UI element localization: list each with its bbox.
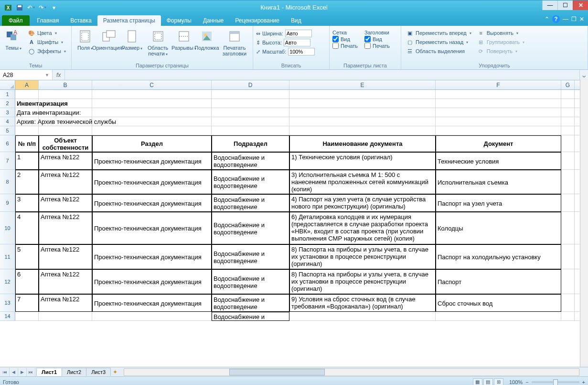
row-header[interactable]: 9 [0, 194, 15, 212]
spreadsheet-grid[interactable]: ABCDEFG 1234567891011121314 Инвентаризац… [0, 80, 588, 367]
cell[interactable]: 6 [15, 269, 39, 294]
cell[interactable]: 8) Паспорта на приборы и узлы учета, в с… [289, 244, 436, 269]
bring-forward-button[interactable]: ▣Переместить вперед [404, 29, 473, 37]
sheet-tab[interactable]: Лист1 [36, 368, 62, 376]
row-header[interactable]: 11 [0, 244, 15, 269]
cell[interactable]: Проектно-техническая документация [92, 269, 212, 294]
row-header[interactable]: 13 [0, 294, 15, 312]
cell[interactable]: Объект собственности [39, 135, 92, 152]
cell[interactable]: Проектно-техническая документация [92, 152, 212, 170]
column-header[interactable]: E [289, 80, 436, 89]
cell[interactable]: Аптека №122 [39, 212, 92, 244]
cell[interactable]: Аптека №122 [39, 269, 92, 294]
workbook-minimize-icon[interactable]: — [563, 16, 568, 22]
cell[interactable]: Проектно-техническая документация [92, 212, 212, 244]
name-box[interactable]: A28▼ [0, 70, 53, 80]
column-header[interactable]: A [15, 80, 39, 89]
row-header[interactable]: 3 [0, 108, 15, 117]
column-header[interactable]: F [436, 80, 561, 89]
cell[interactable]: 5 [15, 244, 39, 269]
cell[interactable]: Подраздел [212, 135, 289, 152]
column-header[interactable]: B [39, 80, 92, 89]
column-header[interactable]: G [561, 80, 575, 89]
cell[interactable]: Аптека №122 [39, 152, 92, 170]
height-input[interactable] [284, 39, 310, 46]
cell[interactable]: Раздел [92, 135, 212, 152]
row-header[interactable]: 12 [0, 269, 15, 294]
cell[interactable]: Водоснабжение и водоотведение [212, 170, 289, 194]
cell[interactable]: 4 [15, 212, 39, 244]
ribbon-tab[interactable]: Вид [285, 15, 307, 26]
selection-pane-button[interactable]: ☰Область выделения [404, 47, 473, 55]
fonts-button[interactable]: AШрифты [26, 38, 68, 46]
ribbon-tab[interactable]: Вставка [64, 15, 97, 26]
cell[interactable]: Аптека №122 [39, 244, 92, 269]
cell[interactable]: Водоснабжение и водоотведение [212, 152, 289, 170]
sheet-nav-last[interactable]: ⏭ [27, 368, 35, 376]
page-layout-view-button[interactable]: ▤ [483, 378, 493, 385]
row-header[interactable]: 1 [0, 90, 15, 99]
row-header[interactable]: 4 [0, 117, 15, 126]
effects-button[interactable]: ◯Эффекты [26, 47, 68, 55]
vertical-scrollbar[interactable] [580, 79, 588, 367]
cell[interactable]: 4) Паспорт на узел учета (в случае устро… [289, 194, 436, 212]
help-icon[interactable]: ? [552, 15, 560, 23]
row-header[interactable]: 6 [0, 135, 15, 152]
close-button[interactable]: ✕ [573, 0, 588, 10]
cell[interactable]: Водоснабжение и водоотведение [212, 294, 289, 312]
cell[interactable]: 9) Условия на сброс сточных вод (в случа… [289, 294, 436, 312]
undo-icon[interactable]: ↶ [26, 2, 36, 13]
ribbon-tab[interactable]: Разметка страницы [97, 15, 161, 26]
qat-customize-icon[interactable]: ▾ [49, 2, 59, 13]
row-header[interactable]: 10 [0, 212, 15, 244]
ribbon-tab[interactable]: Данные [197, 15, 229, 26]
cell[interactable]: № п/п [15, 135, 39, 152]
minimize-button[interactable]: — [542, 0, 557, 10]
grid-print-checkbox[interactable]: Печать [332, 43, 358, 49]
grid-view-checkbox[interactable]: Вид [332, 36, 358, 42]
ribbon-tab[interactable]: Формулы [161, 15, 197, 26]
sheet-nav-prev[interactable]: ◀ [10, 368, 18, 376]
cell[interactable]: 3 [15, 194, 39, 212]
save-icon[interactable] [14, 2, 25, 13]
cell[interactable]: Колодцы [436, 212, 561, 244]
cell[interactable]: Паспорт на узел учета [436, 194, 561, 212]
cell[interactable]: Водоснабжение и [212, 312, 289, 321]
cell[interactable]: Технические условия [436, 152, 561, 170]
cell[interactable]: 1 [15, 152, 39, 170]
cell[interactable]: 7 [15, 294, 39, 312]
cell[interactable]: Дата инвентаризации: [15, 108, 206, 117]
cell[interactable]: Аптека №122 [39, 194, 92, 212]
cell[interactable]: Исполнительная съемка [436, 170, 561, 194]
cell[interactable]: Проектно-техническая документация [92, 294, 212, 312]
cell[interactable]: Аптека №122 [39, 170, 92, 194]
cell[interactable]: Водоснабжение и водоотведение [212, 212, 289, 244]
row-header[interactable]: 14 [0, 312, 15, 321]
ribbon-tab[interactable]: Главная [32, 15, 65, 26]
cell[interactable]: 1) Технические условия (оригинал) [289, 152, 436, 170]
expand-formula-icon[interactable]: ⌄ [579, 70, 588, 80]
page-break-view-button[interactable]: ⊞ [494, 378, 503, 385]
file-tab[interactable]: Файл [2, 15, 30, 26]
row-header[interactable]: 7 [0, 152, 15, 170]
cell[interactable]: Наименование документа [289, 135, 436, 152]
horizontal-scrollbar[interactable] [124, 368, 579, 376]
width-input[interactable] [285, 30, 312, 37]
redo-icon[interactable]: ↷ [37, 2, 48, 13]
column-header[interactable]: C [92, 80, 212, 89]
row-header[interactable]: 2 [0, 99, 15, 108]
maximize-button[interactable]: ☐ [557, 0, 573, 10]
workbook-restore-icon[interactable]: ❐ [571, 16, 577, 22]
cell[interactable]: Водоснабжение и водоотведение [212, 269, 289, 294]
scale-input[interactable] [288, 48, 315, 55]
send-backward-button[interactable]: ▢Переместить назад [404, 38, 473, 46]
headings-view-checkbox[interactable]: Вид [364, 36, 390, 42]
normal-view-button[interactable]: ▦ [473, 378, 482, 385]
row-header[interactable]: 8 [0, 170, 15, 194]
zoom-out-button[interactable]: − [525, 379, 528, 385]
sheet-nav-next[interactable]: ▶ [18, 368, 27, 376]
ribbon-tab[interactable]: Рецензирование [229, 15, 285, 26]
sheet-tab[interactable]: Лист2 [62, 368, 86, 376]
cell[interactable]: Водоснабжение и водоотведение [212, 194, 289, 212]
sheet-tab[interactable]: Лист3 [86, 368, 111, 376]
